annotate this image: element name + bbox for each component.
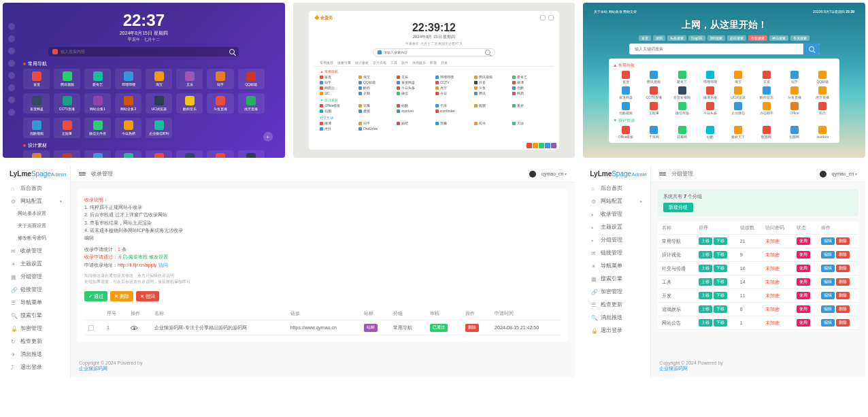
link-item[interactable]: 淘宝	[358, 75, 395, 79]
sidebar-item[interactable]: ▦搜索引擎	[583, 272, 650, 285]
hamburger-icon[interactable]	[659, 172, 666, 176]
move-down-button[interactable]: 下移	[714, 251, 727, 258]
status-badge[interactable]: 使用	[797, 305, 810, 313]
edit-button[interactable]: 编辑	[821, 292, 835, 299]
nav-tile[interactable]: 百度	[613, 71, 638, 84]
link-item[interactable]: UC	[320, 91, 356, 95]
link-item[interactable]: 哔哩哔哩	[435, 75, 471, 79]
visit-link[interactable]: 访问	[158, 263, 168, 267]
move-up-button[interactable]: 上移	[699, 305, 712, 313]
link-item[interactable]: 素材	[512, 103, 548, 107]
move-down-button[interactable]: 下移	[714, 319, 727, 327]
link-item[interactable]: 微博	[512, 80, 548, 84]
sidebar-item[interactable]: 网站基本设置	[3, 207, 70, 220]
nav-tile[interactable]: 昵图网	[754, 126, 779, 139]
search-bar[interactable]	[48, 47, 239, 56]
nav-tile[interactable]: 正能量	[54, 118, 80, 138]
nav-tile[interactable]: UC浏览器	[726, 86, 751, 99]
edit-button[interactable]: 编辑	[821, 305, 835, 313]
move-down-button[interactable]: 下移	[714, 237, 727, 245]
nav-tile[interactable]: 今日热榜	[115, 118, 141, 138]
pass-button[interactable]: ✓ 通过	[84, 291, 107, 301]
tab[interactable]: 软件	[401, 61, 408, 65]
nav-tile[interactable]: 正能量	[641, 102, 667, 115]
delete-button[interactable]: 删除	[836, 237, 850, 245]
nav-tile[interactable]: 站酷	[697, 126, 722, 139]
nav-tile[interactable]: 酷狗音乐	[176, 93, 203, 114]
link-item[interactable]: 酷狗	[358, 86, 395, 90]
link-item[interactable]: 企鹅	[358, 91, 395, 95]
sidebar-item[interactable]: ☰检查更新	[583, 298, 650, 311]
engine-chip[interactable]: 百度	[639, 35, 651, 41]
nav-tile[interactable]: 抖音短视频	[669, 86, 695, 99]
nav-tile[interactable]: 哔哩哔哩	[697, 71, 722, 84]
sidebar-item[interactable]: ↻检查更新	[3, 335, 70, 348]
nav-tile[interactable]: 素材天下	[726, 126, 751, 139]
link-item[interactable]: 虎牙	[435, 86, 471, 90]
sidebar-item[interactable]: ☀导航菜单	[583, 259, 650, 272]
rail-icon[interactable]	[8, 84, 15, 91]
footer-link[interactable]: 企业猫源码网	[79, 366, 107, 371]
search-bar[interactable]	[373, 48, 495, 56]
link-item[interactable]: 百度网盘	[397, 80, 433, 84]
link-item[interactable]: 今日头条	[397, 86, 433, 90]
engine-chip[interactable]: 谷歌搜索	[748, 35, 767, 41]
new-group-button[interactable]: 新建分组	[663, 203, 693, 212]
rail-icon[interactable]	[8, 23, 15, 30]
nav-tile[interactable]: UC浏览器	[146, 93, 172, 114]
sidebar-item[interactable]: 🔗加密管理	[583, 285, 650, 298]
nav-tile[interactable]: 爱奇艺	[84, 69, 111, 89]
nav-tile[interactable]: 千库网	[641, 126, 667, 139]
edit-button[interactable]: 编辑	[821, 278, 835, 286]
rail-icon[interactable]	[8, 35, 15, 42]
nav-tile[interactable]: iconfont	[810, 126, 835, 139]
nav-tile[interactable]: 优酷视频	[613, 102, 638, 115]
move-down-button[interactable]: 下移	[714, 265, 727, 272]
nav-tile[interactable]: 素材天下	[84, 150, 111, 158]
nav-tile[interactable]: 酷狗音乐	[754, 86, 779, 99]
settings-icon[interactable]	[540, 15, 546, 20]
nav-tile[interactable]: 企业微信即时	[146, 118, 172, 138]
nav-tile[interactable]: 腾讯视频	[641, 71, 667, 84]
link-item[interactable]: 包图	[320, 109, 356, 113]
nav-tile[interactable]: 网站合集2	[115, 93, 141, 114]
link-item[interactable]: 贴吧	[397, 121, 433, 125]
move-down-button[interactable]: 下移	[714, 292, 727, 299]
link-item[interactable]: 斗鱼	[474, 86, 510, 90]
nav-tile[interactable]: 千库网	[115, 150, 141, 158]
nav-tile[interactable]: 简历	[810, 102, 835, 115]
engine-chip[interactable]: 必应搜索	[727, 35, 746, 41]
link-item[interactable]: 京东	[397, 75, 433, 79]
move-down-button[interactable]: 下移	[714, 278, 727, 286]
sidebar-item[interactable]: 🔒加密管理	[3, 322, 70, 335]
theme-icon[interactable]	[548, 15, 554, 20]
edit-button[interactable]: 编辑	[821, 251, 835, 258]
sidebar-item[interactable]: 关于页面设置	[3, 220, 70, 232]
nav-tile[interactable]: 花瓣网	[669, 126, 695, 139]
sidebar-item[interactable]: ⤴退出登录	[3, 361, 70, 373]
link-item[interactable]: 摄图	[358, 109, 395, 113]
user-menu[interactable]: qymao_cn ▾	[541, 171, 567, 176]
nav-tile[interactable]: 虎牙直播	[238, 93, 265, 114]
link-item[interactable]: iconfont	[397, 109, 433, 113]
rail-icon[interactable]	[8, 60, 15, 67]
nav-tile[interactable]: 今日头条	[697, 102, 722, 115]
nav-tile[interactable]: iconfinder	[238, 150, 265, 158]
top-links[interactable]: 关于本站 网站收录 赞助支持	[594, 10, 637, 14]
link-item[interactable]: 腾讯	[474, 91, 510, 95]
nav-tile[interactable]: 站酷	[176, 150, 203, 158]
user-menu[interactable]: qymao_cn ▾	[832, 171, 857, 176]
dark-mode-toggle[interactable]	[529, 171, 536, 178]
hamburger-icon[interactable]	[79, 172, 86, 176]
search-input[interactable]	[384, 50, 485, 54]
sidebar-item[interactable]: ⌂后台首页	[583, 182, 650, 195]
edit-button[interactable]: 编辑	[821, 237, 835, 245]
nav-tile[interactable]: 微信传输	[669, 102, 695, 115]
link-item[interactable]: 知乎	[320, 80, 356, 84]
engine-chip[interactable]: 神马搜索	[769, 35, 788, 41]
nav-tile[interactable]: 包图网	[782, 126, 807, 139]
engine-chip[interactable]: 头条搜索	[667, 35, 686, 41]
delete-button[interactable]: 删除	[836, 319, 850, 327]
tab[interactable]: 搜索引擎	[337, 61, 351, 65]
link-item[interactable]: 微信	[397, 91, 433, 95]
